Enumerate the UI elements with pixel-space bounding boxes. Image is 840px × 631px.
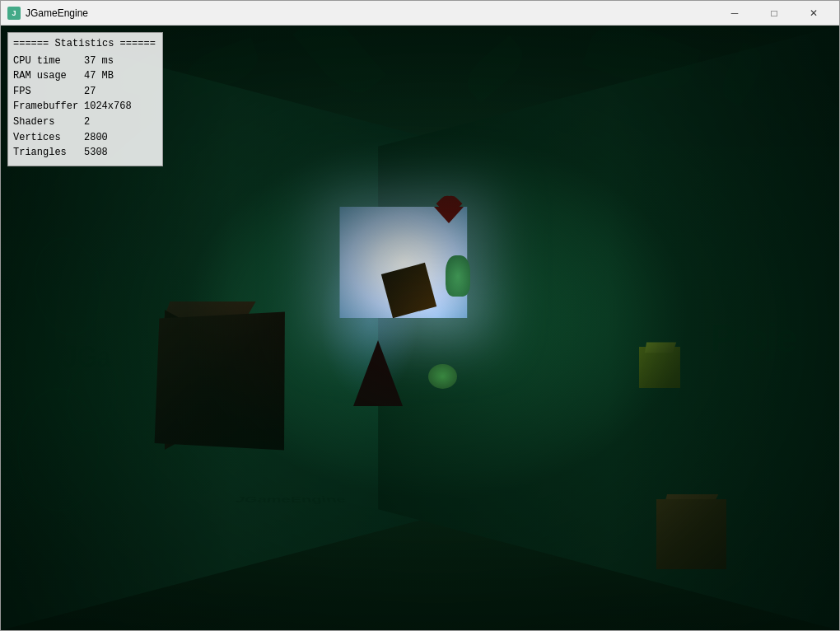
game-viewport: Proje JGameEngine JGa ====== Statistics …: [1, 26, 839, 630]
stats-value: 5308: [84, 145, 108, 161]
stats-value: 37 ms: [84, 54, 114, 69]
stats-label: Shaders: [13, 115, 81, 130]
stats-label: Framebuffer: [13, 99, 81, 115]
app-icon: J: [7, 7, 21, 20]
stats-row: FPS27: [13, 84, 156, 100]
stats-label: CPU time: [13, 54, 81, 69]
window-title: JGameEngine: [26, 7, 716, 19]
stats-row: Vertices2800: [13, 130, 156, 146]
stats-title: ====== Statistics ======: [13, 36, 156, 52]
stats-row: RAM usage47 MB: [13, 68, 156, 84]
app-window: J JGameEngine ─ □ ✕: [0, 0, 840, 631]
title-bar: J JGameEngine ─ □ ✕: [1, 1, 839, 26]
stats-value: 2800: [84, 130, 108, 146]
stats-value: 1024x768: [84, 99, 132, 115]
statistics-panel: ====== Statistics ====== CPU time37 msRA…: [7, 32, 163, 166]
stats-row: CPU time37 ms: [13, 54, 156, 69]
stats-rows: CPU time37 msRAM usage47 MBFPS27Framebuf…: [13, 54, 156, 161]
close-button[interactable]: ✕: [795, 1, 833, 26]
stats-label: RAM usage: [13, 68, 81, 84]
stats-label: Vertices: [13, 130, 81, 146]
stats-row: Triangles5308: [13, 145, 156, 161]
stats-label: FPS: [13, 84, 81, 100]
stats-row: Shaders2: [13, 115, 156, 130]
window-controls: ─ □ ✕: [716, 1, 833, 26]
stats-label: Triangles: [13, 145, 81, 161]
stats-value: 27: [84, 84, 96, 100]
stats-value: 47 MB: [84, 68, 114, 84]
stats-value: 2: [84, 115, 90, 130]
maximize-button[interactable]: □: [755, 1, 793, 26]
minimize-button[interactable]: ─: [716, 1, 754, 26]
stats-row: Framebuffer1024x768: [13, 99, 156, 115]
